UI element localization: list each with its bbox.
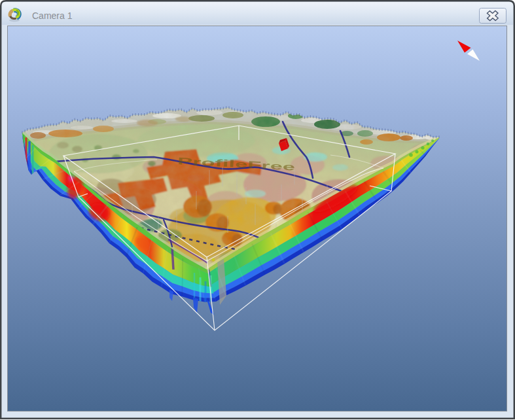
svg-text:Camera 1: Camera 1 xyxy=(32,10,73,21)
